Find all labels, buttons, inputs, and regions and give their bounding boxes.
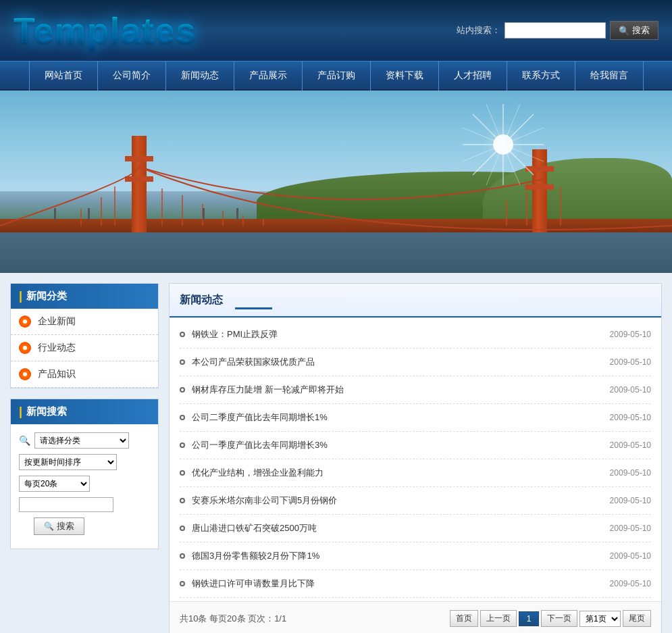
news-item-left: 公司二季度产值比去年同期增长1%: [180, 411, 328, 424]
header: Templates 站内搜索： 🔍 搜索: [0, 0, 672, 61]
news-item-1[interactable]: 本公司产品荣获国家级优质产品 2009-05-10: [180, 349, 651, 376]
news-item-left: 本公司产品荣获国家级优质产品: [180, 356, 315, 368]
news-item-6[interactable]: 安赛乐米塔尔南非公司下调5月份钢价 2009-05-10: [180, 487, 651, 515]
news-bullet-icon: [180, 581, 185, 586]
news-item-title: 唐山港进口铁矿石突破2500万吨: [192, 522, 317, 534]
news-item-left: 安赛乐米塔尔南非公司下调5月份钢价: [180, 495, 337, 507]
news-item-0[interactable]: 钢铁业：PMI止跌反弹 2009-05-10: [180, 321, 651, 349]
news-bullet-icon: [180, 553, 185, 559]
nav-item-download[interactable]: 资料下载: [371, 61, 439, 91]
news-item-2[interactable]: 钢材库存压力陡增 新一轮减产即将开始 2009-05-10: [180, 376, 651, 404]
current-page-button[interactable]: 1: [519, 611, 539, 626]
first-page-button[interactable]: 首页: [450, 610, 478, 627]
news-item-title: 钢铁进口许可申请数量月比下降: [192, 578, 315, 590]
search-sort-select[interactable]: 按更新时间排序 按更新时间排序按标题排序: [19, 454, 117, 470]
news-item-date: 2009-05-10: [610, 579, 651, 588]
search-magnifier-icon: 🔍: [19, 435, 30, 446]
bullet-icon: [19, 368, 31, 380]
news-category-section: 新闻分类 企业新闻 行业动态 产品知识: [10, 283, 159, 388]
content-header: 新闻动态: [170, 284, 661, 318]
search-input[interactable]: [505, 22, 606, 39]
news-bullet-icon: [180, 526, 185, 531]
page-select[interactable]: 第1页: [579, 611, 621, 627]
news-item-4[interactable]: 公司一季度产值比去年同期增长3% 2009-05-10: [180, 432, 651, 459]
news-item-date: 2009-05-10: [610, 357, 651, 367]
sidebar: 新闻分类 企业新闻 行业动态 产品知识 新闻搜索 🔍: [10, 283, 159, 633]
bullet-icon: [19, 342, 31, 354]
news-item-7[interactable]: 唐山港进口铁矿石突破2500万吨 2009-05-10: [180, 515, 651, 542]
search-submit-label: 搜索: [57, 520, 74, 532]
title-underline: [235, 290, 272, 309]
pagination-info: 共10条 每页20条 页次：1/1: [180, 613, 286, 625]
sidebar-item-enterprise-news[interactable]: 企业新闻: [11, 309, 158, 335]
prev-page-button[interactable]: 上一页: [480, 610, 517, 627]
main-content: 新闻分类 企业新闻 行业动态 产品知识 新闻搜索 🔍: [0, 273, 672, 633]
bullet-icon: [19, 315, 31, 328]
sunburst: [459, 101, 547, 191]
news-item-date: 2009-05-10: [610, 330, 651, 339]
news-item-title: 公司二季度产值比去年同期增长1%: [192, 411, 328, 424]
nav: 网站首页 公司简介 新闻动态 产品展示 产品订购 资料下载 人才招聘 联系方式 …: [0, 61, 672, 91]
search-button[interactable]: 🔍 搜索: [610, 21, 658, 40]
search-submit-icon: 🔍: [44, 522, 54, 531]
pagination-buttons: 首页 上一页 1 下一页 第1页 尾页: [450, 610, 651, 627]
nav-item-products[interactable]: 产品展示: [234, 61, 303, 91]
news-item-date: 2009-05-10: [610, 413, 651, 422]
news-item-5[interactable]: 优化产业结构，增强企业盈利能力 2009-05-10: [180, 459, 651, 487]
news-search-section: 新闻搜索 🔍 请选择分类 按更新时间排序 按更新时间排序按标题排序 每页20条: [10, 399, 159, 549]
nav-item-home[interactable]: 网站首页: [29, 61, 98, 91]
news-item-title: 安赛乐米塔尔南非公司下调5月份钢价: [192, 495, 337, 507]
news-item-date: 2009-05-10: [610, 496, 651, 505]
news-bullet-icon: [180, 332, 185, 337]
hero-image: [0, 91, 672, 273]
nav-item-about[interactable]: 公司简介: [98, 61, 166, 91]
nav-item-message[interactable]: 给我留言: [575, 61, 644, 91]
news-item-3[interactable]: 公司二季度产值比去年同期增长1% 2009-05-10: [180, 404, 651, 432]
nav-item-recruit[interactable]: 人才招聘: [439, 61, 507, 91]
search-keyword-row: [19, 497, 150, 512]
nav-item-contact[interactable]: 联系方式: [507, 61, 575, 91]
lamppost-3: [203, 208, 205, 220]
news-item-left: 钢材库存压力陡增 新一轮减产即将开始: [180, 384, 344, 396]
news-item-9[interactable]: 钢铁进口许可申请数量月比下降 2009-05-10: [180, 570, 651, 598]
next-page-button[interactable]: 下一页: [541, 610, 577, 627]
news-item-title: 钢材库存压力陡增 新一轮减产即将开始: [192, 384, 344, 396]
search-sort-row: 按更新时间排序 按更新时间排序按标题排序: [19, 454, 150, 470]
news-bullet-icon: [180, 498, 185, 503]
last-page-button[interactable]: 尾页: [623, 610, 651, 627]
bridge-tower-left: [132, 136, 147, 234]
pagination: 共10条 每页20条 页次：1/1 首页 上一页 1 下一页 第1页 尾页: [170, 601, 661, 633]
search-bar: 站内搜索： 🔍 搜索: [457, 21, 658, 40]
news-bullet-icon: [180, 442, 185, 448]
search-keyword-input[interactable]: [19, 497, 113, 512]
news-bullet-icon: [180, 415, 185, 420]
nav-item-order[interactable]: 产品订购: [303, 61, 371, 91]
sidebar-item-industry-news[interactable]: 行业动态: [11, 335, 158, 361]
news-item-left: 钢铁业：PMI止跌反弹: [180, 328, 278, 340]
news-item-title: 德国3月份零售额较2月份下降1%: [192, 550, 319, 562]
news-item-left: 德国3月份零售额较2月份下降1%: [180, 550, 319, 562]
bridge-deck: [0, 219, 672, 234]
news-search-button[interactable]: 🔍 搜索: [34, 517, 84, 535]
search-category-row: 🔍 请选择分类: [19, 432, 150, 449]
news-item-left: 优化产业结构，增强企业盈利能力: [180, 467, 324, 479]
news-list: 钢铁业：PMI止跌反弹 2009-05-10 本公司产品荣获国家级优质产品 20…: [170, 318, 661, 601]
news-category-title: 新闻分类: [11, 284, 158, 309]
search-submit-row: 🔍 搜索: [19, 517, 150, 535]
news-bullet-icon: [180, 470, 185, 476]
search-count-select[interactable]: 每页20条 每页20条每页10条每页50条: [19, 476, 90, 492]
news-item-date: 2009-05-10: [610, 551, 651, 561]
news-item-date: 2009-05-10: [610, 385, 651, 395]
search-btn-label: 搜索: [632, 24, 650, 36]
lamppost-2: [88, 208, 90, 220]
news-item-8[interactable]: 德国3月份零售额较2月份下降1% 2009-05-10: [180, 542, 651, 570]
news-content: 新闻动态 钢铁业：PMI止跌反弹 2009-05-10 本公司产品荣获国家级优质…: [169, 283, 662, 633]
nav-item-news[interactable]: 新闻动态: [166, 61, 234, 91]
search-category-select[interactable]: 请选择分类: [34, 432, 129, 449]
news-bullet-icon: [180, 387, 185, 393]
search-label: 站内搜索：: [457, 24, 500, 36]
sidebar-item-product-knowledge[interactable]: 产品知识: [11, 361, 158, 388]
search-icon: 🔍: [619, 26, 629, 36]
logo: Templates: [14, 10, 197, 51]
news-bullet-icon: [180, 359, 185, 365]
